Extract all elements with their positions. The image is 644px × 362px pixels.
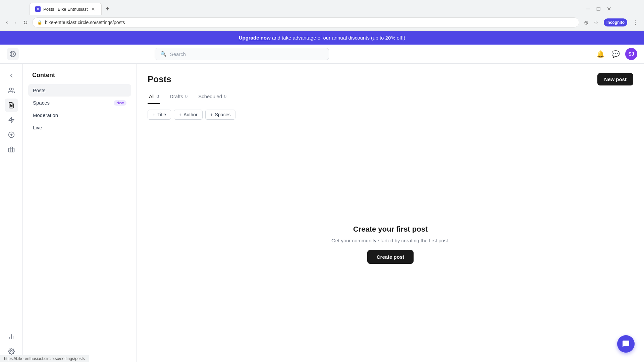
layout-nav-btn[interactable] — [5, 143, 18, 156]
browser-profile-btn[interactable]: Incognito — [602, 17, 629, 28]
icon-sidebar — [0, 64, 23, 362]
upgrade-banner: Upgrade now and take advantage of our an… — [0, 31, 644, 45]
svg-point-17 — [10, 351, 12, 352]
cast-icon-btn[interactable]: ⊕ — [582, 18, 590, 27]
sidebar-item-posts[interactable]: Posts — [28, 84, 131, 97]
sidebar-live-label: Live — [33, 125, 42, 130]
content-nav-btn[interactable] — [5, 99, 18, 112]
svg-marker-9 — [9, 117, 14, 123]
svg-point-6 — [9, 88, 12, 90]
main-content: Posts New post All 0 Drafts 0 Scheduled … — [137, 64, 644, 362]
notifications-btn[interactable]: 🔔 — [595, 49, 606, 59]
svg-line-2 — [11, 52, 12, 53]
topbar-right: 🔔 💬 SJ — [595, 48, 637, 60]
filters-row: + Title + Author + Spaces — [137, 104, 644, 125]
filter-author-btn[interactable]: + Author — [174, 110, 202, 120]
empty-description: Get your community started by creating t… — [331, 238, 449, 243]
tabs-row: All 0 Drafts 0 Scheduled 0 — [137, 85, 644, 104]
empty-title: Create your first post — [353, 225, 428, 234]
tab-scheduled-count: 0 — [224, 94, 226, 99]
spaces-new-badge: New — [114, 100, 126, 106]
tab-favicon: C — [35, 6, 41, 12]
tab-all-count: 0 — [157, 94, 159, 99]
activity-nav-btn[interactable] — [5, 113, 18, 127]
back-icon-btn[interactable] — [5, 69, 18, 82]
svg-point-1 — [12, 53, 14, 55]
maximize-btn[interactable]: ❐ — [594, 5, 603, 13]
sidebar-item-moderation[interactable]: Moderation — [28, 109, 131, 121]
content-sidebar: Content Posts Spaces New Moderation Live — [23, 64, 137, 362]
members-nav-btn[interactable] — [5, 84, 18, 97]
svg-line-5 — [11, 55, 12, 56]
tab-drafts[interactable]: Drafts 0 — [168, 91, 189, 104]
bookmark-btn[interactable]: ☆ — [592, 18, 600, 27]
filter-spaces-label: Spaces — [215, 112, 231, 117]
sidebar-title: Content — [28, 72, 131, 79]
browser-tab[interactable]: C Posts | Bike Enthusiast ✕ — [30, 3, 102, 15]
sidebar-spaces-label: Spaces — [33, 100, 50, 106]
filter-title-btn[interactable]: + Title — [148, 110, 171, 120]
upgrade-link[interactable]: Upgrade now — [239, 35, 271, 41]
filter-spaces-plus: + — [210, 112, 213, 117]
filter-title-plus: + — [153, 112, 155, 117]
address-bar[interactable]: 🔒 bike-enthusiast.circle.so/settings/pos… — [32, 17, 579, 27]
reload-btn[interactable]: ↻ — [21, 18, 30, 27]
svg-rect-13 — [8, 148, 14, 152]
upgrade-text: and take advantage of our annual discoun… — [272, 35, 406, 41]
main-header: Posts New post — [137, 64, 644, 85]
browser-user-avatar: Incognito — [604, 18, 627, 26]
sidebar-item-live[interactable]: Live — [28, 121, 131, 134]
sidebar-nav: Posts Spaces New Moderation Live — [28, 84, 131, 134]
page-title: Posts — [148, 74, 171, 84]
lock-icon: 🔒 — [37, 20, 42, 25]
app-logo[interactable] — [7, 48, 19, 60]
url-text: bike-enthusiast.circle.so/settings/posts — [45, 20, 125, 25]
status-bar: https://bike-enthusiast.circle.so/settin… — [0, 355, 89, 362]
tab-drafts-label: Drafts — [170, 94, 183, 99]
tab-scheduled-label: Scheduled — [198, 94, 222, 99]
minimize-btn[interactable]: ─ — [584, 4, 592, 14]
app-topbar: 🔍 Search 🔔 💬 SJ — [0, 45, 644, 64]
tab-all[interactable]: All 0 — [148, 91, 160, 104]
new-tab-btn[interactable]: + — [103, 4, 112, 14]
window-close-btn[interactable]: ✕ — [605, 4, 613, 13]
chat-widget-btn[interactable] — [617, 335, 635, 353]
user-avatar[interactable]: SJ — [625, 48, 637, 60]
sidebar-item-spaces[interactable]: Spaces New — [28, 97, 131, 109]
create-post-btn[interactable]: Create post — [367, 250, 414, 264]
forward-nav-btn[interactable]: › — [12, 18, 18, 27]
status-url: https://bike-enthusiast.circle.so/settin… — [4, 356, 85, 361]
sidebar-posts-label: Posts — [33, 87, 46, 93]
tab-drafts-count: 0 — [185, 94, 187, 99]
filter-spaces-btn[interactable]: + Spaces — [205, 110, 236, 120]
tab-all-label: All — [149, 94, 155, 99]
svg-line-4 — [13, 52, 15, 53]
svg-line-3 — [13, 55, 15, 56]
empty-state: Create your first post Get your communit… — [137, 125, 644, 362]
extensions-btn[interactable]: ⋮ — [631, 18, 640, 27]
analytics-nav-btn[interactable] — [5, 330, 18, 343]
search-bar[interactable]: 🔍 Search — [155, 48, 329, 60]
new-post-btn[interactable]: New post — [597, 73, 633, 85]
filter-title-label: Title — [157, 112, 166, 117]
billing-nav-btn[interactable] — [5, 128, 18, 141]
back-nav-btn[interactable]: ‹ — [4, 18, 10, 27]
tab-scheduled[interactable]: Scheduled 0 — [197, 91, 228, 104]
tab-title: Posts | Bike Enthusiast — [43, 7, 88, 12]
filter-author-label: Author — [183, 112, 197, 117]
filter-author-plus: + — [179, 112, 181, 117]
search-placeholder: Search — [170, 51, 186, 57]
search-icon: 🔍 — [160, 51, 167, 57]
app-body: Content Posts Spaces New Moderation Live — [0, 64, 644, 362]
chat-icon-btn[interactable]: 💬 — [610, 49, 621, 59]
sidebar-moderation-label: Moderation — [33, 112, 58, 118]
tab-close-btn[interactable]: ✕ — [91, 6, 96, 12]
